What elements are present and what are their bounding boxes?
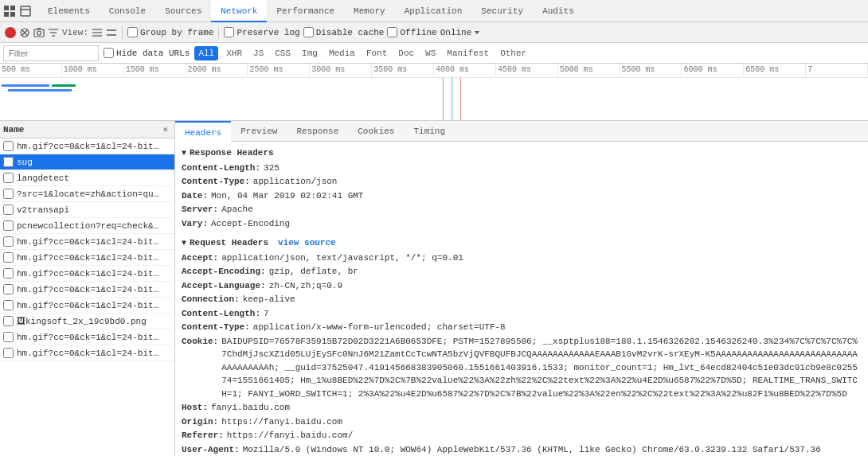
hide-data-urls-checkbox[interactable]: Hide data URLs <box>104 48 190 58</box>
filter-other[interactable]: Other <box>497 48 530 59</box>
request-checkbox[interactable] <box>3 252 14 263</box>
tab-preview[interactable]: Preview <box>231 121 287 142</box>
list-view-button[interactable] <box>92 27 103 38</box>
filter-ws[interactable]: WS <box>422 48 439 59</box>
network-toolbar: View: Group by frame Preserve log Disabl… <box>0 22 868 43</box>
request-header-row: Connection: keep-alive <box>182 293 862 306</box>
filter-font[interactable]: Font <box>363 48 390 59</box>
disable-cache-checkbox[interactable]: Disable cache <box>303 27 385 37</box>
tl-request-1 <box>2 84 49 87</box>
request-header-row: Content-Type: application/x-www-form-url… <box>182 321 862 334</box>
header-value: Accept-Encoding <box>211 217 290 231</box>
request-checkbox[interactable] <box>3 348 14 358</box>
request-checkbox[interactable] <box>3 268 14 279</box>
request-item[interactable]: pcnewcollection?req=check&f... <box>0 218 174 234</box>
filter-css[interactable]: CSS <box>272 48 294 59</box>
request-checkbox[interactable] <box>3 205 14 215</box>
request-item[interactable]: hm.gif?cc=0&ck=1&cl=24-bit... <box>0 250 174 266</box>
filter-input[interactable] <box>3 45 99 61</box>
response-header-row: Content-Type: application/json <box>182 175 862 189</box>
request-name: langdetect <box>17 173 69 183</box>
request-item[interactable]: hm.gif?cc=0&ck=1&cl=24-bit... <box>0 329 174 345</box>
request-headers-title[interactable]: ▼ Request Headers view source <box>182 235 862 251</box>
request-checkbox[interactable] <box>3 300 14 310</box>
request-item[interactable]: v2transapi <box>0 202 174 218</box>
dock-icon[interactable] <box>3 5 16 18</box>
timeline-chart[interactable] <box>0 78 868 121</box>
header-value: Mon, 04 Mar 2019 02:02:41 GMT <box>211 189 363 203</box>
header-name: User-Agent: <box>182 443 240 457</box>
request-name: kingsoft_2x_19c9bd0.png <box>25 317 147 326</box>
large-rows-button[interactable] <box>106 27 117 38</box>
request-item[interactable]: 🖼kingsoft_2x_19c9bd0.png <box>0 314 174 329</box>
request-header-row: Cookie: BAIDUPSID=76578F35915B72D02D3221… <box>182 335 862 401</box>
camera-button[interactable] <box>33 27 45 38</box>
arrow-icon: ▼ <box>182 237 186 249</box>
filter-js[interactable]: JS <box>250 48 267 59</box>
request-checkbox[interactable] <box>3 284 14 294</box>
request-item[interactable]: hm.gif?cc=0&ck=1&cl=24-bit... <box>0 234 174 250</box>
tab-network[interactable]: Network <box>211 0 267 22</box>
tl-marker-red <box>460 78 461 121</box>
response-header-row: Vary: Accept-Encoding <box>182 217 862 231</box>
tab-application[interactable]: Application <box>395 0 472 22</box>
tab-sources[interactable]: Sources <box>155 0 211 22</box>
request-item[interactable]: langdetect <box>0 170 174 186</box>
request-item[interactable]: hm.gif?cc=0&ck=1&cl=24-bit... <box>0 282 174 298</box>
tab-cookies[interactable]: Cookies <box>348 121 404 142</box>
preserve-log-checkbox[interactable]: Preserve log <box>224 27 299 37</box>
tick-4000ms: 4000 ms <box>434 64 496 77</box>
request-item[interactable]: hm.gif?cc=0&ck=1&cl=24-bit... <box>0 138 174 154</box>
request-checkbox[interactable] <box>3 332 14 342</box>
request-name: hm.gif?cc=0&ck=1&cl=24-bit... <box>17 269 160 279</box>
request-checkbox[interactable] <box>3 157 14 167</box>
record-button[interactable] <box>5 27 16 38</box>
tab-performance[interactable]: Performance <box>267 0 344 22</box>
tick-2000ms: 2000 ms <box>186 64 248 77</box>
group-by-frame-checkbox[interactable]: Group by frame <box>127 27 213 37</box>
tab-console[interactable]: Console <box>100 0 155 22</box>
tab-elements[interactable]: Elements <box>38 0 100 22</box>
request-item[interactable]: sug <box>0 154 174 170</box>
header-value: application/json, text/javascript, */*; … <box>221 251 463 265</box>
request-checkbox[interactable] <box>3 236 14 247</box>
clear-button[interactable] <box>19 27 30 38</box>
tab-security[interactable]: Security <box>471 0 533 22</box>
view-source-link[interactable]: view source <box>278 236 336 250</box>
tab-audits[interactable]: Audits <box>533 0 584 22</box>
header-value: 325 <box>264 162 280 175</box>
filter-button[interactable] <box>48 27 59 38</box>
all-filter-button[interactable]: All <box>194 46 218 60</box>
svg-rect-9 <box>34 29 44 37</box>
filter-manifest[interactable]: Manifest <box>444 48 492 59</box>
tab-timing[interactable]: Timing <box>404 121 455 142</box>
request-header-row: Accept-Encoding: gzip, deflate, br <box>182 265 862 279</box>
request-checkbox[interactable] <box>3 189 14 199</box>
offline-checkbox[interactable]: Offline <box>387 27 436 37</box>
request-name: hm.gif?cc=0&ck=1&cl=24-bit... <box>17 333 160 342</box>
tick-6500ms: 6500 ms <box>744 64 806 77</box>
undock-icon[interactable] <box>19 5 32 18</box>
request-checkbox[interactable] <box>3 141 14 151</box>
online-dropdown[interactable]: Online <box>440 28 482 37</box>
header-name: Referer: <box>182 429 224 442</box>
request-list-header: Name ✕ <box>0 121 174 138</box>
tab-response[interactable]: Response <box>287 121 348 142</box>
tab-memory[interactable]: Memory <box>344 0 395 22</box>
tab-headers[interactable]: Headers <box>175 121 231 142</box>
filter-img[interactable]: Img <box>299 48 321 59</box>
request-item[interactable]: ?src=1&locate=zh&action=qu... <box>0 186 174 202</box>
request-item[interactable]: hm.gif?cc=0&ck=1&cl=24-bit... <box>0 266 174 282</box>
request-item[interactable]: hm.gif?cc=0&ck=1&cl=24-bit... <box>0 345 174 361</box>
response-headers-title[interactable]: ▼Response Headers <box>182 145 862 162</box>
request-checkbox[interactable] <box>3 316 14 326</box>
request-header-row: Accept: application/json, text/javascrip… <box>182 251 862 265</box>
close-list-button[interactable]: ✕ <box>159 124 171 134</box>
request-item[interactable]: hm.gif?cc=0&ck=1&cl=24-bit... <box>0 298 174 314</box>
filter-media[interactable]: Media <box>326 48 358 59</box>
request-checkbox[interactable] <box>3 173 14 183</box>
separator <box>122 26 123 39</box>
request-checkbox[interactable] <box>3 220 14 231</box>
filter-xhr[interactable]: XHR <box>223 48 245 59</box>
filter-doc[interactable]: Doc <box>395 48 417 59</box>
